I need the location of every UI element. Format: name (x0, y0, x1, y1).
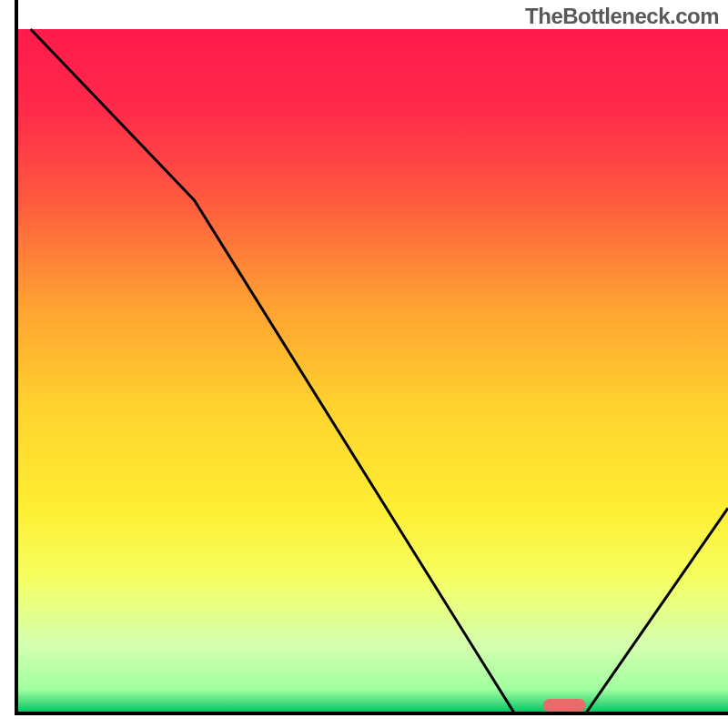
gradient-background (16, 29, 728, 713)
optimal-marker (543, 699, 586, 712)
bottleneck-chart (0, 0, 728, 728)
chart-container: TheBottleneck.com (0, 0, 728, 728)
